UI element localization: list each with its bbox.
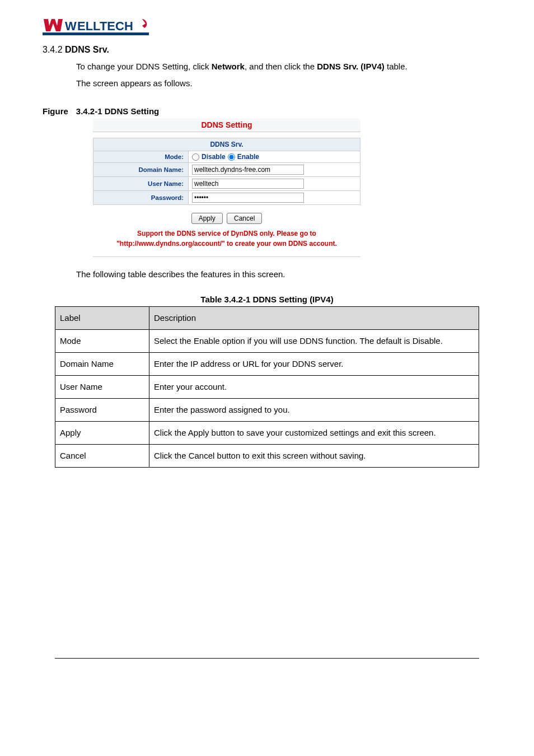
- mode-disable-text: Disable: [202, 153, 226, 161]
- row-desc: Select the Enable option if you will use…: [149, 330, 479, 353]
- table-row: Password Enter the password assigned to …: [55, 399, 479, 422]
- footer-rule: [55, 658, 479, 659]
- row-label: Password: [55, 399, 149, 422]
- section-number: 3.4.2: [43, 45, 63, 54]
- ddns-setting-panel: DDNS Setting DDNS Srv. Mode: Disable Ena…: [93, 118, 360, 257]
- user-label: User Name:: [93, 177, 189, 191]
- figure-rest: 3.4.2-1 DDNS Setting: [76, 106, 159, 116]
- table-row: Domain Name Enter the IP address or URL …: [55, 353, 479, 376]
- table-caption: Table 3.4.2-1 DDNS Setting (IPV4): [43, 295, 491, 304]
- user-input[interactable]: [192, 179, 304, 189]
- intro-paragraph: To change your DDNS Setting, click Netwo…: [76, 58, 491, 92]
- pass-input[interactable]: [192, 193, 304, 203]
- intro-text-2: The screen appears as follows.: [76, 78, 193, 88]
- row-label: Mode: [55, 330, 149, 353]
- th-desc: Description: [149, 307, 479, 330]
- row-desc: Enter the IP address or URL for your DDN…: [149, 353, 479, 376]
- description-line: The following table describes the featur…: [76, 269, 491, 279]
- intro-bold-ddns: DDNS Srv. (IPV4): [317, 62, 385, 71]
- ddns-table: DDNS Srv. Mode: Disable Enable Domain Na…: [93, 138, 360, 205]
- section-title: DDNS Srv.: [65, 45, 109, 54]
- welltech-logo: W ELLTECH: [43, 11, 491, 39]
- row-desc: Enter your account.: [149, 376, 479, 399]
- pass-label: Password:: [93, 191, 189, 205]
- logo-text-right: ELLTECH: [77, 19, 133, 33]
- button-row: Apply Cancel: [93, 205, 360, 228]
- row-desc: Click the Cancel button to exit this scr…: [149, 445, 479, 468]
- ddns-srv-header: DDNS Srv.: [93, 138, 360, 151]
- row-label: User Name: [55, 376, 149, 399]
- support-text: Support the DDNS service of DynDNS only.…: [93, 228, 360, 257]
- table-row: Apply Click the Apply button to save you…: [55, 422, 479, 445]
- intro-text: table.: [385, 62, 407, 71]
- mode-enable-text: Enable: [237, 153, 259, 161]
- th-label: Label: [55, 307, 149, 330]
- row-label: Domain Name: [55, 353, 149, 376]
- figure-caption: Figure3.4.2-1 DDNS Setting: [43, 106, 491, 116]
- mode-label: Mode:: [93, 151, 189, 163]
- mode-enable-radio[interactable]: [228, 153, 235, 161]
- cancel-button[interactable]: Cancel: [227, 213, 262, 224]
- domain-label: Domain Name:: [93, 163, 189, 177]
- row-label: Cancel: [55, 445, 149, 468]
- row-desc: Click the Apply button to save your cust…: [149, 422, 479, 445]
- mode-disable-radio[interactable]: [192, 153, 199, 161]
- intro-text: To change your DDNS Setting, click: [76, 62, 212, 71]
- description-table: Label Description Mode Select the Enable…: [55, 306, 479, 468]
- ddns-heading: DDNS Setting: [93, 118, 360, 132]
- table-row: Mode Select the Enable option if you wil…: [55, 330, 479, 353]
- row-label: Apply: [55, 422, 149, 445]
- intro-text: , and then click the: [245, 62, 317, 71]
- apply-button[interactable]: Apply: [191, 213, 223, 224]
- figure-prefix: Figure: [43, 106, 68, 116]
- table-row: Cancel Click the Cancel button to exit t…: [55, 445, 479, 468]
- logo-text-left: W: [65, 19, 77, 33]
- domain-input[interactable]: [192, 165, 304, 175]
- section-heading: 3.4.2 DDNS Srv.: [43, 45, 491, 55]
- intro-bold-network: Network: [212, 62, 245, 71]
- row-desc: Enter the password assigned to you.: [149, 399, 479, 422]
- table-row: User Name Enter your account.: [55, 376, 479, 399]
